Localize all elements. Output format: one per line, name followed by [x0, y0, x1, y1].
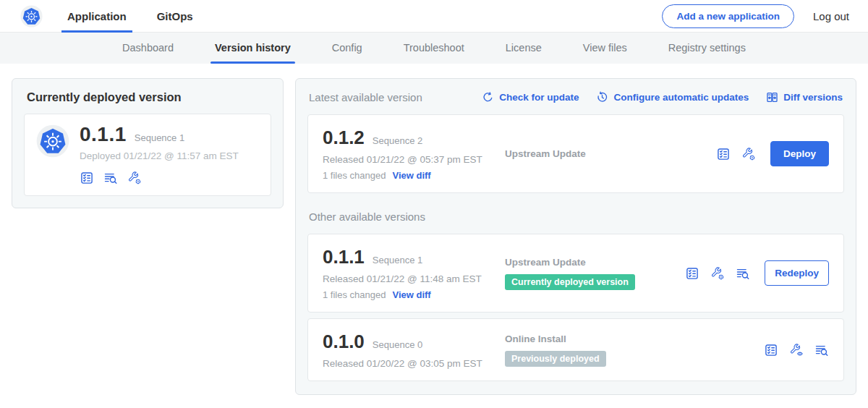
configure-automatic-updates-link[interactable]: Configure automatic updates [596, 91, 749, 103]
subnav-tab-version-history[interactable]: Version history [215, 33, 291, 64]
version-row-0-1-1: 0.1.1 Sequence 1 Released 01/21/22 @ 11:… [307, 234, 844, 313]
version-info: 0.1.1 Sequence 1 Released 01/21/22 @ 11:… [323, 246, 505, 300]
tab-gitops[interactable]: GitOps [157, 0, 193, 33]
app-header: Application GitOps Add a new application… [0, 0, 868, 33]
deployed-version-number: 0.1.1 [80, 123, 127, 146]
main-content: Currently deployed version 0.1.1 Sequenc… [0, 64, 868, 408]
version-history-panel: Latest available version Check for updat… [295, 78, 856, 395]
view-files-icon[interactable] [736, 266, 750, 281]
subnav-tab-view-files[interactable]: View files [583, 33, 627, 64]
redeploy-button[interactable]: Redeploy [765, 260, 829, 286]
latest-version-title: Latest available version [309, 91, 422, 103]
add-application-button[interactable]: Add a new application [662, 4, 794, 28]
subnav-tab-dashboard[interactable]: Dashboard [122, 33, 174, 64]
release-notes-icon[interactable] [764, 343, 778, 357]
released-timestamp: Released 01/20/22 @ 03:05 pm EST [323, 358, 505, 369]
subnav-tab-troubleshoot[interactable]: Troubleshoot [404, 33, 464, 64]
files-changed-label: 1 files changed [323, 289, 386, 300]
kubernetes-logo-icon [36, 124, 69, 158]
release-notes-icon[interactable] [716, 147, 731, 161]
release-notes-icon[interactable] [685, 266, 699, 281]
subnav-tab-license[interactable]: License [506, 33, 542, 64]
currently-deployed-title: Currently deployed version [27, 90, 271, 104]
version-actions: Deploy [709, 141, 829, 166]
release-notes-icon[interactable] [80, 171, 94, 185]
configure-automatic-updates-label: Configure automatic updates [613, 92, 749, 103]
edit-config-icon[interactable] [741, 147, 756, 161]
kubernetes-logo-icon [20, 5, 43, 27]
previously-deployed-badge: Previously deployed [505, 351, 606, 367]
version-row-0-1-2: 0.1.2 Sequence 2 Released 01/21/22 @ 05:… [307, 114, 844, 193]
version-actions: Redeploy [678, 260, 829, 286]
sequence-label: Sequence 2 [373, 135, 422, 146]
app-subnav: Dashboard Version history Config Trouble… [0, 33, 868, 64]
view-diff-link[interactable]: View diff [392, 170, 430, 181]
view-config-icon[interactable] [789, 343, 804, 357]
edit-config-icon[interactable] [127, 171, 142, 185]
edit-config-icon[interactable] [710, 266, 725, 281]
sequence-label: Sequence 1 [373, 255, 422, 265]
schedule-update-icon [596, 91, 608, 103]
diff-versions-link[interactable]: Diff versions [766, 91, 843, 103]
tab-application[interactable]: Application [67, 0, 127, 33]
version-source: Online Install Previously deployed [505, 333, 757, 367]
deployed-timestamp: Deployed 01/21/22 @ 11:57 am EST [80, 150, 239, 161]
deployed-version-info: 0.1.1 Sequence 1 Deployed 01/21/22 @ 11:… [80, 123, 239, 185]
deployed-actions [80, 171, 239, 185]
deploy-button[interactable]: Deploy [770, 141, 829, 166]
currently-deployed-version-card: 0.1.1 Sequence 1 Deployed 01/21/22 @ 11:… [24, 114, 271, 196]
version-number: 0.1.0 [323, 331, 365, 353]
source-label: Online Install [505, 333, 757, 344]
version-number: 0.1.2 [323, 127, 365, 149]
version-number: 0.1.1 [323, 246, 365, 268]
diff-versions-label: Diff versions [783, 92, 843, 103]
check-for-update-label: Check for update [499, 92, 579, 103]
check-for-update-link[interactable]: Check for update [482, 91, 579, 103]
subnav-tab-registry-settings[interactable]: Registry settings [668, 33, 746, 64]
version-source: Upstream Update Currently deployed versi… [505, 257, 678, 290]
refresh-icon [482, 91, 494, 103]
view-diff-link[interactable]: View diff [392, 289, 430, 300]
view-files-icon[interactable] [814, 343, 829, 357]
files-changed-label: 1 files changed [323, 170, 386, 181]
version-source: Upstream Update [505, 148, 709, 159]
other-versions-title: Other available versions [309, 211, 843, 223]
view-files-icon[interactable] [103, 171, 118, 185]
version-row-0-1-0: 0.1.0 Sequence 0 Released 01/20/22 @ 03:… [307, 318, 844, 381]
source-label: Upstream Update [505, 257, 678, 268]
version-actions [757, 343, 829, 357]
released-timestamp: Released 01/21/22 @ 05:37 pm EST [323, 154, 505, 165]
subnav-tab-config[interactable]: Config [332, 33, 362, 64]
version-info: 0.1.2 Sequence 2 Released 01/21/22 @ 05:… [323, 127, 505, 181]
source-label: Upstream Update [505, 148, 709, 159]
currently-deployed-badge: Currently deployed version [505, 274, 635, 290]
panel-actions: Check for update Configure automatic upd… [482, 91, 843, 103]
version-info: 0.1.0 Sequence 0 Released 01/20/22 @ 03:… [323, 331, 505, 369]
deployed-sequence-label: Sequence 1 [135, 132, 184, 143]
currently-deployed-card: Currently deployed version 0.1.1 Sequenc… [12, 78, 284, 208]
released-timestamp: Released 01/21/22 @ 11:48 am EST [323, 273, 505, 284]
diff-icon [766, 91, 778, 103]
logout-button[interactable]: Log out [813, 10, 849, 22]
sequence-label: Sequence 0 [373, 339, 422, 350]
latest-version-header: Latest available version Check for updat… [309, 91, 843, 103]
